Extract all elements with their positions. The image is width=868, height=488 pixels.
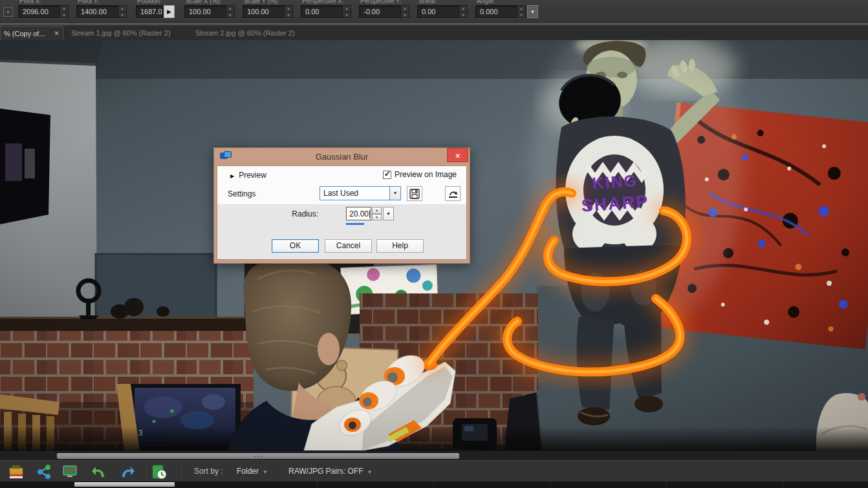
dialog-body: ▶Preview ✓ Preview on Image Settings Las… (217, 165, 467, 260)
scale-y-field: Scale Y (%): 100.00 ▲▼ (243, 0, 293, 25)
pivot-y-field: Pivot Y: 1400.00 ▲▼ (76, 0, 127, 25)
status-strip (0, 482, 868, 488)
radius-spinner[interactable]: ▲▼ (372, 207, 382, 220)
spinner-icon[interactable]: ▲▼ (400, 6, 409, 17)
chevron-down-icon[interactable]: ▼ (389, 187, 400, 200)
perspective-y-input[interactable]: -0.00 ▲▼ (359, 5, 409, 18)
position-field: Position 1687.0 ▶ (136, 0, 176, 25)
save-icon (409, 189, 420, 199)
tab-stream-1[interactable]: Stream 1.jpg @ 60% (Raster 2) (71, 26, 171, 40)
perspective-x-field: Perspective X: 0.00 ▲▼ (301, 0, 351, 25)
history-icon[interactable] (151, 463, 168, 480)
reset-to-default-button[interactable] (445, 186, 461, 201)
hscrollbar-thumb[interactable] (57, 453, 459, 459)
spinner-icon[interactable]: ▲▼ (60, 6, 68, 17)
slider-hint (346, 223, 364, 225)
organizer-toolbar: Sort by : Folder▼ RAW/JPG Pairs: OFF▼ (0, 460, 868, 482)
preview-expander[interactable]: ▶Preview (230, 171, 266, 180)
spinner-icon[interactable]: ▲▼ (342, 6, 351, 17)
spinner-icon[interactable]: ▲▼ (459, 6, 467, 17)
status-scroll-thumb[interactable] (74, 482, 175, 487)
sort-by-dropdown[interactable]: Folder▼ (237, 467, 268, 476)
transform-toolbar: Pivot X: 2096.00 ▲▼ Pivot Y: 1400.00 ▲▼ … (0, 0, 868, 25)
undo-icon[interactable] (91, 463, 107, 480)
spinner-icon[interactable]: ▲▼ (226, 6, 234, 17)
angle-dropdown-button[interactable]: ▼ (527, 5, 538, 18)
preview-on-image-checkbox[interactable]: ✓ Preview on Image (383, 170, 457, 179)
position-flyout-button[interactable]: ▶ (164, 5, 175, 18)
scale-x-field: Scale X (%): 100.00 ▲▼ (184, 0, 235, 25)
document-tabbar: % (Copy of... ✕ Stream 1.jpg @ 60% (Rast… (0, 26, 868, 40)
pivot-x-input[interactable]: 2096.00 ▲▼ (18, 5, 69, 18)
perspective-y-field: Perspective Y: -0.00 ▲▼ (359, 0, 409, 25)
position-input[interactable]: 1687.0 (136, 5, 163, 18)
shear-input[interactable]: 0.00 ▲▼ (417, 5, 468, 18)
print-layout-icon[interactable] (8, 463, 25, 480)
dialog-close-button[interactable]: ✕ (447, 148, 468, 162)
expander-icon: ▶ (230, 173, 234, 179)
radius-slider-dropdown[interactable]: ▼ (383, 207, 394, 220)
angle-field: Angle: 0.000 ▲▼ ▼ (475, 0, 539, 25)
help-button[interactable]: Help (376, 239, 424, 253)
radius-input[interactable]: 20.00 (346, 207, 371, 220)
tab-close-icon[interactable]: ✕ (54, 30, 60, 37)
scale-y-input[interactable]: 100.00 ▲▼ (243, 5, 293, 18)
spinner-icon[interactable]: ▲▼ (517, 6, 525, 17)
checkbox-icon[interactable]: ✓ (383, 171, 391, 179)
tab-active-copy-of[interactable]: % (Copy of... ✕ (0, 26, 63, 40)
redo-icon[interactable] (119, 463, 136, 480)
cancel-button[interactable]: Cancel (325, 239, 372, 253)
canvas-hscrollbar[interactable] (0, 451, 868, 460)
screen-edit-icon[interactable] (61, 463, 78, 480)
gaussian-blur-dialog: Gaussian Blur ✕ ▶Preview ✓ Preview on Im… (213, 147, 470, 264)
save-preset-button[interactable] (407, 186, 422, 201)
perspective-x-input[interactable]: 0.00 ▲▼ (301, 5, 351, 18)
settings-combobox[interactable]: Last Used ▼ (320, 186, 401, 200)
radius-label: Radius: (269, 209, 318, 218)
pivot-y-input[interactable]: 1400.00 ▲▼ (76, 5, 127, 18)
shear-field: Shear: 0.00 ▲▼ (417, 0, 468, 25)
spinner-icon[interactable]: ▲▼ (284, 6, 292, 17)
dialog-titlebar[interactable]: Gaussian Blur ✕ (214, 148, 470, 165)
paintshop-app: Pivot X: 2096.00 ▲▼ Pivot Y: 1400.00 ▲▼ … (0, 0, 868, 488)
sort-by-label: Sort by : (194, 467, 223, 476)
tab-stream-2[interactable]: Stream 2.jpg @ 60% (Raster 2) (195, 26, 295, 40)
chevron-down-icon: ▼ (263, 469, 268, 475)
spinner-icon[interactable]: ▲▼ (118, 6, 126, 17)
dialog-title: Gaussian Blur (214, 152, 470, 162)
raw-jpg-pairs-dropdown[interactable]: RAW/JPG Pairs: OFF▼ (288, 467, 372, 476)
angle-input[interactable]: 0.000 ▲▼ (475, 5, 526, 18)
pivot-x-field: Pivot X: 2096.00 ▲▼ (18, 0, 69, 25)
reset-icon (448, 189, 459, 199)
share-icon[interactable] (36, 463, 52, 480)
chevron-down-icon: ▼ (367, 469, 373, 475)
settings-label: Settings (228, 189, 255, 198)
scale-x-input[interactable]: 100.00 ▲▼ (184, 5, 235, 18)
ok-button[interactable]: OK (272, 239, 319, 253)
pivot-icon (3, 7, 13, 17)
